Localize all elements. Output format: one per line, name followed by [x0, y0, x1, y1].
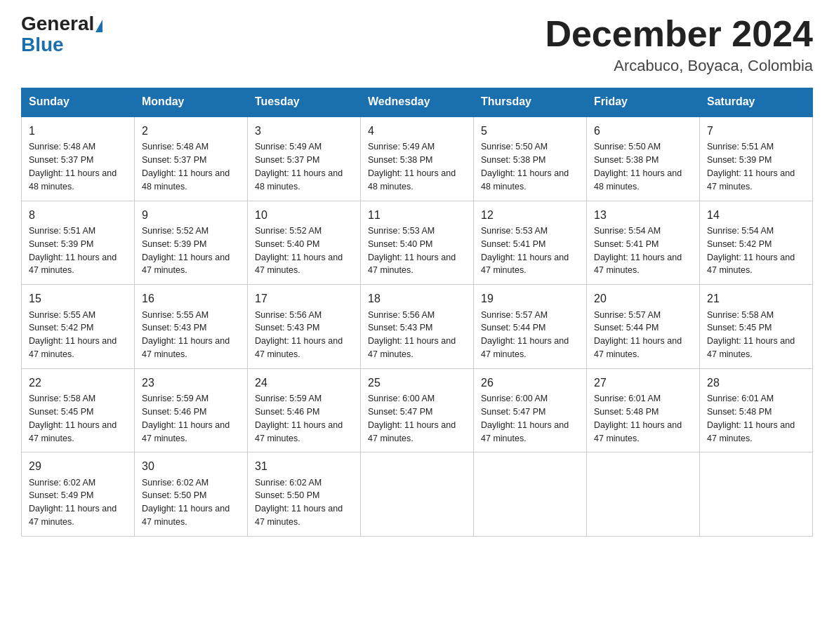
day-number: 19	[481, 290, 579, 307]
day-info: Sunrise: 5:57 AMSunset: 5:44 PMDaylight:…	[481, 310, 569, 360]
day-info: Sunrise: 5:51 AMSunset: 5:39 PMDaylight:…	[707, 142, 795, 192]
day-number: 28	[707, 375, 805, 391]
day-number: 15	[29, 290, 127, 307]
calendar-cell: 15Sunrise: 5:55 AMSunset: 5:42 PMDayligh…	[22, 285, 135, 369]
day-number: 17	[255, 290, 353, 307]
day-number: 31	[255, 458, 353, 474]
calendar-cell: 7Sunrise: 5:51 AMSunset: 5:39 PMDaylight…	[700, 116, 813, 201]
day-info: Sunrise: 6:00 AMSunset: 5:47 PMDaylight:…	[481, 394, 569, 443]
month-title: December 2024	[545, 14, 813, 54]
day-number: 9	[142, 207, 240, 223]
day-info: Sunrise: 5:53 AMSunset: 5:40 PMDaylight:…	[368, 226, 456, 276]
day-info: Sunrise: 5:59 AMSunset: 5:46 PMDaylight:…	[142, 394, 230, 443]
day-number: 23	[142, 375, 240, 391]
day-number: 10	[255, 207, 353, 223]
day-number: 26	[481, 375, 579, 391]
day-info: Sunrise: 5:48 AMSunset: 5:37 PMDaylight:…	[29, 142, 117, 192]
day-number: 16	[142, 290, 240, 307]
day-info: Sunrise: 5:55 AMSunset: 5:42 PMDaylight:…	[29, 310, 117, 360]
location-subtitle: Arcabuco, Boyaca, Colombia	[545, 57, 813, 75]
calendar-cell: 2Sunrise: 5:48 AMSunset: 5:37 PMDaylight…	[135, 116, 248, 201]
calendar-table: SundayMondayTuesdayWednesdayThursdayFrid…	[21, 88, 813, 537]
day-number: 24	[255, 375, 353, 391]
calendar-cell: 28Sunrise: 6:01 AMSunset: 5:48 PMDayligh…	[700, 368, 813, 452]
calendar-cell: 19Sunrise: 5:57 AMSunset: 5:44 PMDayligh…	[474, 285, 587, 369]
calendar-cell: 14Sunrise: 5:54 AMSunset: 5:42 PMDayligh…	[700, 201, 813, 285]
calendar-cell: 9Sunrise: 5:52 AMSunset: 5:39 PMDaylight…	[135, 201, 248, 285]
day-info: Sunrise: 5:54 AMSunset: 5:41 PMDaylight:…	[594, 226, 682, 276]
calendar-cell: 21Sunrise: 5:58 AMSunset: 5:45 PMDayligh…	[700, 285, 813, 369]
day-number: 3	[255, 123, 353, 139]
col-header-sunday: Sunday	[22, 88, 135, 116]
col-header-saturday: Saturday	[700, 88, 813, 116]
day-number: 4	[368, 123, 466, 139]
calendar-cell: 16Sunrise: 5:55 AMSunset: 5:43 PMDayligh…	[135, 285, 248, 369]
calendar-cell: 20Sunrise: 5:57 AMSunset: 5:44 PMDayligh…	[587, 285, 700, 369]
day-number: 5	[481, 123, 579, 139]
calendar-cell: 26Sunrise: 6:00 AMSunset: 5:47 PMDayligh…	[474, 368, 587, 452]
calendar-cell: 30Sunrise: 6:02 AMSunset: 5:50 PMDayligh…	[135, 452, 248, 537]
calendar-cell: 31Sunrise: 6:02 AMSunset: 5:50 PMDayligh…	[248, 452, 361, 537]
day-info: Sunrise: 5:55 AMSunset: 5:43 PMDaylight:…	[142, 310, 230, 360]
day-number: 25	[368, 375, 466, 391]
calendar-cell	[474, 452, 587, 537]
calendar-cell	[587, 452, 700, 537]
day-info: Sunrise: 5:56 AMSunset: 5:43 PMDaylight:…	[255, 310, 343, 360]
calendar-cell: 27Sunrise: 6:01 AMSunset: 5:48 PMDayligh…	[587, 368, 700, 452]
calendar-cell: 5Sunrise: 5:50 AMSunset: 5:38 PMDaylight…	[474, 116, 587, 201]
calendar-cell: 22Sunrise: 5:58 AMSunset: 5:45 PMDayligh…	[22, 368, 135, 452]
day-info: Sunrise: 5:52 AMSunset: 5:40 PMDaylight:…	[255, 226, 343, 276]
day-number: 29	[29, 458, 127, 474]
day-info: Sunrise: 5:50 AMSunset: 5:38 PMDaylight:…	[594, 142, 682, 192]
day-number: 7	[707, 123, 805, 139]
day-info: Sunrise: 5:50 AMSunset: 5:38 PMDaylight:…	[481, 142, 569, 192]
day-info: Sunrise: 5:58 AMSunset: 5:45 PMDaylight:…	[707, 310, 795, 360]
day-number: 22	[29, 375, 127, 391]
day-info: Sunrise: 5:49 AMSunset: 5:38 PMDaylight:…	[368, 142, 456, 192]
logo-blue-text: Blue	[21, 34, 64, 55]
day-number: 30	[142, 458, 240, 474]
calendar-cell: 6Sunrise: 5:50 AMSunset: 5:38 PMDaylight…	[587, 116, 700, 201]
day-number: 20	[594, 290, 692, 307]
calendar-cell: 23Sunrise: 5:59 AMSunset: 5:46 PMDayligh…	[135, 368, 248, 452]
day-number: 13	[594, 207, 692, 223]
day-info: Sunrise: 5:58 AMSunset: 5:45 PMDaylight:…	[29, 394, 117, 443]
calendar-cell: 25Sunrise: 6:00 AMSunset: 5:47 PMDayligh…	[361, 368, 474, 452]
day-info: Sunrise: 5:48 AMSunset: 5:37 PMDaylight:…	[142, 142, 230, 192]
logo-general-text: General	[21, 14, 94, 34]
day-info: Sunrise: 5:51 AMSunset: 5:39 PMDaylight:…	[29, 226, 117, 276]
calendar-cell: 12Sunrise: 5:53 AMSunset: 5:41 PMDayligh…	[474, 201, 587, 285]
logo: General Blue	[21, 14, 104, 56]
day-number: 8	[29, 207, 127, 223]
col-header-friday: Friday	[587, 88, 700, 116]
day-number: 21	[707, 290, 805, 307]
calendar-cell: 13Sunrise: 5:54 AMSunset: 5:41 PMDayligh…	[587, 201, 700, 285]
col-header-monday: Monday	[135, 88, 248, 116]
calendar-cell: 10Sunrise: 5:52 AMSunset: 5:40 PMDayligh…	[248, 201, 361, 285]
col-header-tuesday: Tuesday	[248, 88, 361, 116]
day-info: Sunrise: 5:49 AMSunset: 5:37 PMDaylight:…	[255, 142, 343, 192]
calendar-cell: 29Sunrise: 6:02 AMSunset: 5:49 PMDayligh…	[22, 452, 135, 537]
day-number: 6	[594, 123, 692, 139]
calendar-cell: 18Sunrise: 5:56 AMSunset: 5:43 PMDayligh…	[361, 285, 474, 369]
day-info: Sunrise: 6:02 AMSunset: 5:50 PMDaylight:…	[255, 478, 343, 528]
day-number: 27	[594, 375, 692, 391]
day-number: 1	[29, 123, 127, 139]
day-number: 11	[368, 207, 466, 223]
calendar-cell: 4Sunrise: 5:49 AMSunset: 5:38 PMDaylight…	[361, 116, 474, 201]
day-info: Sunrise: 5:52 AMSunset: 5:39 PMDaylight:…	[142, 226, 230, 276]
calendar-cell	[700, 452, 813, 537]
title-section: December 2024 Arcabuco, Boyaca, Colombia	[545, 14, 813, 75]
day-info: Sunrise: 5:57 AMSunset: 5:44 PMDaylight:…	[594, 310, 682, 360]
calendar-cell	[361, 452, 474, 537]
day-number: 14	[707, 207, 805, 223]
day-number: 18	[368, 290, 466, 307]
calendar-cell: 24Sunrise: 5:59 AMSunset: 5:46 PMDayligh…	[248, 368, 361, 452]
day-info: Sunrise: 6:01 AMSunset: 5:48 PMDaylight:…	[594, 394, 682, 443]
calendar-cell: 3Sunrise: 5:49 AMSunset: 5:37 PMDaylight…	[248, 116, 361, 201]
day-info: Sunrise: 6:02 AMSunset: 5:50 PMDaylight:…	[142, 478, 230, 528]
col-header-wednesday: Wednesday	[361, 88, 474, 116]
calendar-cell: 17Sunrise: 5:56 AMSunset: 5:43 PMDayligh…	[248, 285, 361, 369]
day-info: Sunrise: 6:02 AMSunset: 5:49 PMDaylight:…	[29, 478, 117, 528]
calendar-cell: 8Sunrise: 5:51 AMSunset: 5:39 PMDaylight…	[22, 201, 135, 285]
